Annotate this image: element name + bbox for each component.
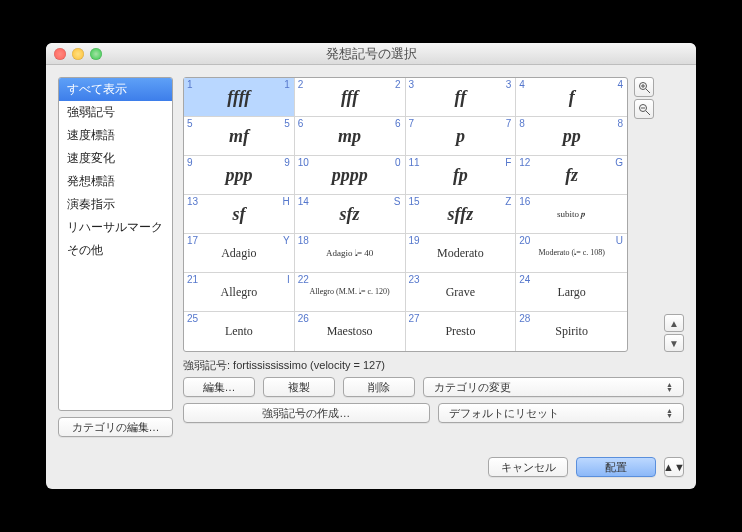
cell-shortcut: 8 [617,118,623,129]
cell-symbol: mp [338,126,361,147]
category-item[interactable]: リハーサルマーク [59,216,172,239]
expression-cell[interactable]: 13Hsf [184,195,295,234]
cell-symbol: Adagio [221,246,256,261]
category-item[interactable]: 発想標語 [59,170,172,193]
cell-shortcut: 3 [506,79,512,90]
category-item[interactable]: 演奏指示 [59,193,172,216]
window-title: 発想記号の選択 [46,45,696,63]
cell-number: 17 [187,235,198,246]
expression-cell[interactable]: 21IAllegro [184,273,295,312]
cell-number: 20 [519,235,530,246]
expression-cell[interactable]: 55mf [184,117,295,156]
close-icon[interactable] [54,48,66,60]
expression-cell[interactable]: 16subito 𝒑 [516,195,627,234]
cell-shortcut: 1 [284,79,290,90]
expression-cell[interactable]: 11ffff [184,78,295,117]
expression-cell[interactable]: 15Zsffz [406,195,517,234]
cell-number: 9 [187,157,193,168]
category-item[interactable]: 強弱記号 [59,101,172,124]
cell-symbol: Moderato (𝅘𝅥 = c. 108) [538,248,605,258]
cell-number: 26 [298,313,309,324]
zoom-out-button[interactable] [634,99,654,119]
cell-number: 10 [298,157,309,168]
expression-cell[interactable]: 100pppp [295,156,406,195]
cell-number: 8 [519,118,525,129]
expression-cell[interactable]: 17YAdagio [184,234,295,273]
cell-shortcut: U [616,235,623,246]
place-button[interactable]: 配置 [576,457,656,477]
scroll-up-button[interactable]: ▲ [664,314,684,332]
category-item[interactable]: 速度標語 [59,124,172,147]
cell-symbol: pp [563,126,581,147]
zoom-icon[interactable] [90,48,102,60]
cell-shortcut: G [615,157,623,168]
expression-cell[interactable]: 66mp [295,117,406,156]
cell-symbol: sfz [340,204,360,225]
expression-cell[interactable]: 44f [516,78,627,117]
cell-symbol: Largo [557,285,585,300]
expression-cell[interactable]: 26Maestoso [295,312,406,351]
cell-symbol: Maestoso [327,324,373,339]
expression-cell[interactable]: 12Gfz [516,156,627,195]
cell-number: 18 [298,235,309,246]
expression-cell[interactable]: 27Presto [406,312,517,351]
expression-cell[interactable]: 22fff [295,78,406,117]
cell-number: 4 [519,79,525,90]
expression-cell[interactable]: 77p [406,117,517,156]
cell-number: 5 [187,118,193,129]
cell-shortcut: H [283,196,290,207]
category-item[interactable]: 速度変化 [59,147,172,170]
expression-cell[interactable]: 11Ffp [406,156,517,195]
cell-shortcut: 2 [395,79,401,90]
expression-cell[interactable]: 14Ssfz [295,195,406,234]
cell-symbol: p [456,126,465,147]
expression-cell[interactable]: 24Largo [516,273,627,312]
expression-cell[interactable]: 33ff [406,78,517,117]
expression-cell[interactable]: 25Lento [184,312,295,351]
category-list[interactable]: すべて表示強弱記号速度標語速度変化発想標語演奏指示リハーサルマークその他 [58,77,173,411]
svg-line-1 [646,89,650,93]
expression-cell[interactable]: 22Allegro (M.M. 𝅘𝅥 = c. 120) [295,273,406,312]
place-mode-select[interactable]: ▲▼ [664,457,684,477]
dialog-window: 発想記号の選択 すべて表示強弱記号速度標語速度変化発想標語演奏指示リハーサルマー… [46,43,696,489]
expression-cell[interactable]: 23Grave [406,273,517,312]
expression-cell[interactable]: 88pp [516,117,627,156]
change-category-select[interactable]: カテゴリの変更 ▲▼ [423,377,684,397]
cell-number: 13 [187,196,198,207]
cancel-button[interactable]: キャンセル [488,457,568,477]
edit-categories-button[interactable]: カテゴリの編集… [58,417,173,437]
cell-number: 28 [519,313,530,324]
cell-symbol: fz [565,165,578,186]
reset-default-label: デフォルトにリセット [449,406,559,421]
cell-symbol: Allegro [221,285,258,300]
minimize-icon[interactable] [72,48,84,60]
expression-cell[interactable]: 20UModerato (𝅘𝅥 = c. 108) [516,234,627,273]
cell-number: 3 [409,79,415,90]
cell-number: 15 [409,196,420,207]
expression-cell[interactable]: 19Moderato [406,234,517,273]
expression-grid[interactable]: 11ffff22fff33ff44f55mf66mp77p88pp99ppp10… [184,78,627,351]
cell-shortcut: I [287,274,290,285]
cell-symbol: Allegro (M.M. 𝅘𝅥 = c. 120) [310,287,390,297]
category-item[interactable]: すべて表示 [59,78,172,101]
cell-number: 12 [519,157,530,168]
create-dynamic-button[interactable]: 強弱記号の作成… [183,403,430,423]
cell-number: 16 [519,196,530,207]
expression-cell[interactable]: 99ppp [184,156,295,195]
cell-number: 2 [298,79,304,90]
expression-cell[interactable]: 18Adagio 𝅘𝅥 = 40 [295,234,406,273]
cell-symbol: Lento [225,324,253,339]
reset-default-select[interactable]: デフォルトにリセット ▲▼ [438,403,685,423]
cell-number: 14 [298,196,309,207]
cell-shortcut: 0 [395,157,401,168]
category-item[interactable]: その他 [59,239,172,262]
edit-button[interactable]: 編集… [183,377,255,397]
expression-cell[interactable]: 28Spirito [516,312,627,351]
delete-button[interactable]: 削除 [343,377,415,397]
scroll-down-button[interactable]: ▼ [664,334,684,352]
cell-shortcut: 9 [284,157,290,168]
duplicate-button[interactable]: 複製 [263,377,335,397]
zoom-in-button[interactable] [634,77,654,97]
cell-number: 6 [298,118,304,129]
cell-shortcut: S [394,196,401,207]
